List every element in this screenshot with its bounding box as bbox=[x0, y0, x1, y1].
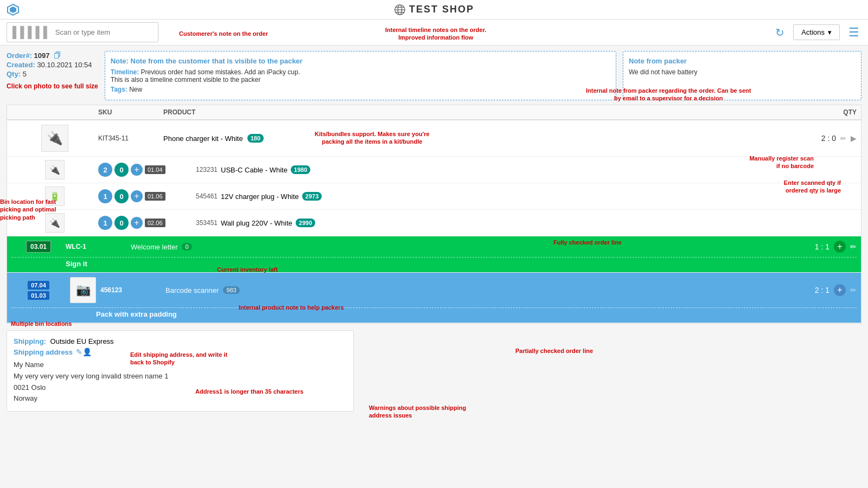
green-row: 03.01 WLC-1 Welcome letter 0 1 : 1 + ✏ S… bbox=[7, 236, 861, 273]
sub3-image: 🔌 bbox=[11, 213, 98, 233]
sub1-sku: 123231 bbox=[196, 166, 218, 174]
address-name: My Name bbox=[14, 359, 347, 371]
created-label: Created: bbox=[7, 61, 35, 69]
actions-button[interactable]: Actions ▾ bbox=[793, 24, 840, 40]
green-name-group: Welcome letter 0 bbox=[131, 243, 792, 251]
kit-name-group: Phone charger kit - White 180 bbox=[163, 134, 792, 143]
sub3-qty-zero: 0 bbox=[114, 216, 129, 230]
blue-qty-value: 2 : 1 bbox=[815, 286, 829, 294]
shipping-address-header: Shipping address ✎👤 bbox=[14, 348, 347, 356]
blue-bin-cell: 07.04 01.03 bbox=[11, 281, 66, 300]
refresh-button[interactable]: ↻ bbox=[773, 24, 787, 41]
created-value: 30.10.2021 10:54 bbox=[37, 61, 92, 69]
col-header-img bbox=[11, 108, 98, 116]
sub1-badge: 1980 bbox=[291, 165, 310, 174]
order-meta: Order#: 1097 🗍 Created: 30.10.2021 10:54… bbox=[7, 51, 98, 90]
sub2-product: 545461 12V charger plug - White 2973 bbox=[196, 192, 792, 201]
sub2-name: 12V charger plug - White bbox=[221, 192, 299, 201]
sub3-plus-button[interactable]: + bbox=[131, 217, 143, 229]
topbar: ▌▌▌▌▌ ↻ Actions ▾ ☰ bbox=[0, 20, 868, 46]
sub3-sku: 353451 bbox=[196, 219, 218, 227]
green-edit-icon[interactable]: ✏ bbox=[850, 242, 857, 251]
packer-note-text: We did not have battery bbox=[629, 68, 856, 76]
order-number-label: Order#: bbox=[7, 52, 32, 60]
shipping-box: Shipping: Outside EU Express Shipping ad… bbox=[7, 330, 354, 412]
sub1-image: 🔌 bbox=[11, 160, 98, 179]
kit-badge: 180 bbox=[247, 134, 264, 143]
green-sub-text: Sign it bbox=[7, 258, 861, 272]
hamburger-button[interactable]: ☰ bbox=[846, 23, 861, 42]
sub2-plus-button[interactable]: + bbox=[131, 190, 143, 202]
note-label: Note: Note from the customer that is vis… bbox=[111, 57, 610, 65]
globe-icon bbox=[394, 4, 406, 16]
actions-dropdown-icon: ▾ bbox=[828, 28, 832, 36]
sub2-qty-zero: 0 bbox=[114, 189, 129, 203]
blue-image: 📷 bbox=[66, 277, 100, 303]
blue-row: 07.04 01.03 📷 456123 Barcode scanner 983… bbox=[7, 273, 861, 323]
header: TEST SHOP bbox=[0, 0, 868, 20]
green-product-name: Welcome letter bbox=[131, 243, 177, 251]
blue-edit-icon[interactable]: ✏ bbox=[850, 286, 857, 294]
blue-bin-2: 01.03 bbox=[28, 291, 49, 300]
col-header-product: PRODUCT bbox=[163, 108, 792, 116]
sub1-qty-zero: 0 bbox=[114, 163, 129, 177]
actions-label: Actions bbox=[801, 28, 825, 36]
sub2-image: 🔋 bbox=[11, 187, 98, 206]
shipping-method: Outside EU Express bbox=[50, 337, 114, 345]
kit-qty: 2 : 0 ✏ ▶ bbox=[792, 134, 857, 143]
sub3-badge: 2990 bbox=[296, 219, 315, 227]
sub1-plus-button[interactable]: + bbox=[131, 164, 143, 176]
app-logo bbox=[7, 3, 20, 18]
order-number-value: 1097 bbox=[34, 52, 50, 60]
sub1-product: 123231 USB-C Cable - White 1980 bbox=[196, 165, 792, 174]
green-qty-value: 1 : 1 bbox=[815, 242, 829, 251]
tags-value: New bbox=[129, 86, 142, 93]
address-country: Norway bbox=[14, 393, 347, 404]
shipping-section: Shipping: Outside EU Express Shipping ad… bbox=[7, 330, 861, 412]
sub-row-3: 🔌 1 0 + 02.06 353451 Wall plug 220V - Wh… bbox=[7, 210, 861, 236]
customer-note-box: Note: Note from the customer that is vis… bbox=[105, 51, 616, 100]
address-edit-icon[interactable]: ✎👤 bbox=[76, 348, 92, 356]
sub1-bin: 01.04 bbox=[145, 165, 165, 174]
click-photo-hint: Click on photo to see full size bbox=[7, 82, 98, 90]
sub3-controls: 1 0 + 02.06 bbox=[98, 216, 196, 230]
qty-value: 5 bbox=[23, 70, 27, 78]
blue-plus-button[interactable]: + bbox=[834, 284, 846, 296]
svg-marker-1 bbox=[10, 7, 16, 13]
packer-note-label: Note from packer bbox=[629, 57, 856, 65]
shipping-label: Shipping: bbox=[14, 337, 46, 345]
sub2-sku: 545461 bbox=[196, 192, 218, 200]
sub3-name: Wall plug 220V - White bbox=[221, 219, 292, 227]
scan-input-wrapper[interactable]: ▌▌▌▌▌ bbox=[7, 22, 158, 42]
sub2-controls: 1 0 + 01.06 bbox=[98, 189, 196, 203]
packer-note-box: Note from packer We did not have battery bbox=[623, 51, 861, 100]
sub1-qty-num: 2 bbox=[98, 163, 112, 177]
blue-badge: 983 bbox=[223, 286, 239, 294]
address-street: My very very very very long invalid stre… bbox=[14, 371, 347, 382]
sub3-qty-num: 1 bbox=[98, 216, 112, 230]
green-plus-button[interactable]: + bbox=[834, 241, 846, 253]
kit-edit-icon[interactable]: ✏ bbox=[840, 134, 846, 143]
tags-line: Tags: New bbox=[111, 86, 610, 93]
note-text: Note from the customer that is visible t… bbox=[131, 57, 303, 65]
copy-icon[interactable]: 🗍 bbox=[54, 51, 61, 60]
green-bin-cell: 03.01 bbox=[11, 241, 66, 253]
page-title: TEST SHOP bbox=[409, 4, 474, 15]
address-text: My Name My very very very very long inva… bbox=[14, 359, 347, 404]
blue-qty: 2 : 1 + ✏ bbox=[792, 284, 857, 296]
main-content: Order#: 1097 🗍 Created: 30.10.2021 10:54… bbox=[0, 46, 868, 417]
barcode-icon: ▌▌▌▌▌ bbox=[12, 26, 51, 38]
kit-image[interactable]: 🔌 bbox=[11, 125, 98, 152]
kit-product-name: Phone charger kit - White bbox=[163, 134, 243, 143]
col-header-sku: SKU bbox=[98, 108, 163, 116]
kit-qty-value: 2 : 0 bbox=[821, 134, 836, 143]
blue-sku: 456123 bbox=[100, 286, 165, 294]
qty-label: Qty: bbox=[7, 70, 21, 78]
sub3-bin: 02.06 bbox=[145, 219, 165, 227]
scan-input[interactable] bbox=[55, 28, 152, 36]
kit-row: 🔌 KIT345-11 Phone charger kit - White 18… bbox=[7, 120, 861, 157]
sub-row-2: 🔋 1 0 + 01.06 545461 12V charger plug - … bbox=[7, 183, 861, 210]
kit-expand-icon[interactable]: ▶ bbox=[851, 134, 857, 143]
blue-bin-1: 07.04 bbox=[28, 281, 49, 290]
sub2-bin: 01.06 bbox=[145, 192, 165, 201]
